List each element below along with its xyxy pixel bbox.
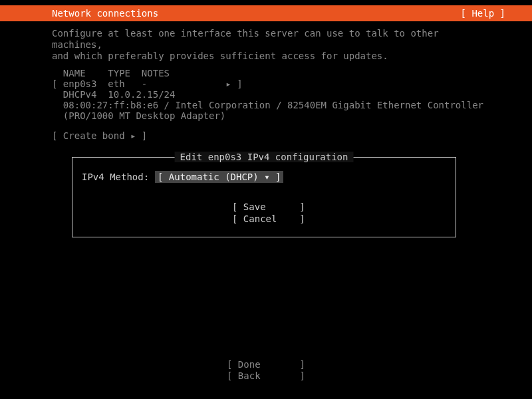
ipv4-config-dialog: Edit enp0s3 IPv4 configuration IPv4 Meth… xyxy=(72,157,456,237)
mac-detail: 08:00:27:ff:b8:e6 / Intel Corporation / … xyxy=(52,100,480,110)
dhcp-detail: DHCPv4 10.0.2.15/24 xyxy=(52,89,480,100)
table-header: NAME TYPE NOTES xyxy=(52,68,480,78)
instruction-line: and which preferably provides sufficient… xyxy=(52,51,480,62)
create-bond-button[interactable]: [ Create bond ▸ ] xyxy=(52,130,480,141)
page-title: Network connections xyxy=(0,8,158,19)
cancel-button[interactable]: [ Cancel ] xyxy=(232,213,446,225)
header-bar: Network connections [ Help ] xyxy=(0,5,532,21)
dialog-title: Edit enp0s3 IPv4 configuration xyxy=(175,152,354,162)
done-button[interactable]: [ Done ] xyxy=(227,359,305,370)
instructions: Configure at least one interface this se… xyxy=(52,28,480,61)
save-button[interactable]: [ Save ] xyxy=(232,201,446,213)
ipv4-method-label: IPv4 Method: xyxy=(82,172,155,182)
instruction-line: Configure at least one interface this se… xyxy=(52,28,480,51)
adapter-detail: (PRO/1000 MT Desktop Adapter) xyxy=(52,110,480,121)
footer: [ Done ] [ Back ] xyxy=(0,359,532,382)
back-button[interactable]: [ Back ] xyxy=(227,370,305,382)
help-button[interactable]: [ Help ] xyxy=(461,8,532,19)
ipv4-method-dropdown[interactable]: [ Automatic (DHCP) ▾ ] xyxy=(155,171,283,183)
interface-row[interactable]: [ enp0s3 eth - ▸ ] xyxy=(52,78,480,89)
